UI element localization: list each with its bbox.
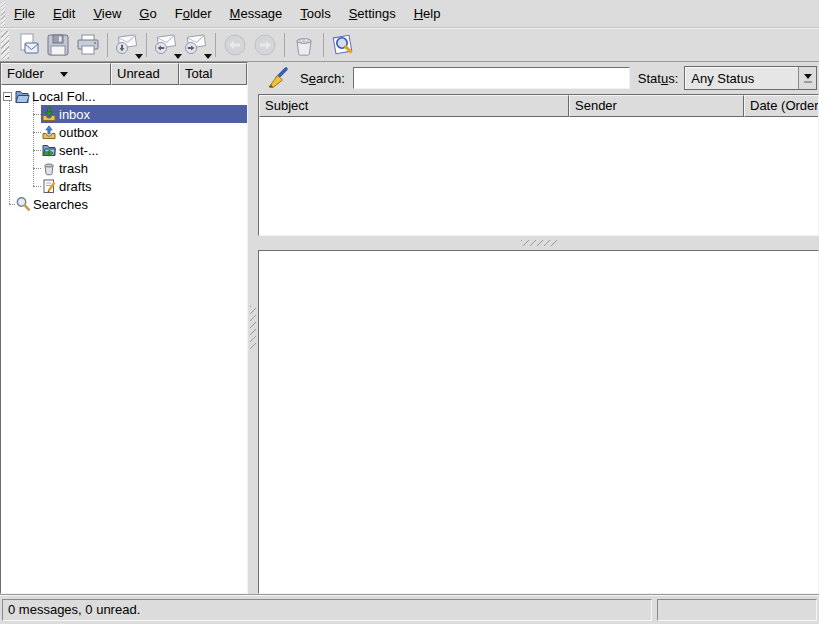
message-list-body[interactable] [259,117,818,235]
splitter-grip [250,306,256,350]
toolbar-separator [323,33,324,57]
find-messages-icon [330,32,356,58]
folder-row-outbox[interactable]: outbox [1,123,247,141]
unread-column-header[interactable]: Unread [111,63,179,85]
subject-column-header[interactable]: Subject [259,95,569,117]
save-button[interactable] [44,31,72,59]
statusbar-progress-area [657,599,817,621]
quick-search-bar: Search: Status: Any Status [258,62,819,94]
trash-icon [41,160,57,176]
folder-open-icon [14,88,30,104]
total-column-header[interactable]: Total [179,63,247,85]
status-filter-label: Status: [638,71,678,86]
chevron-down-icon [804,74,812,79]
find-messages-button[interactable] [329,31,357,59]
statusbar: 0 messages, 0 unread. [0,594,819,624]
new-message-icon [15,32,41,58]
menu-view[interactable]: View [84,0,130,28]
toolbar-separator [215,33,216,57]
menu-help[interactable]: Help [405,0,450,28]
folder-row-drafts[interactable]: drafts [1,177,247,195]
splitter-grip [521,240,557,246]
outbox-icon [41,124,57,140]
horizontal-splitter[interactable] [258,236,819,250]
date-column-header[interactable]: Date (Order o [744,95,818,117]
print-icon [75,32,101,58]
folder-list-headers: Folder Unread Total [1,63,247,85]
combobox-dropdown-button[interactable] [798,67,816,89]
folder-row-searches[interactable]: Searches [1,195,247,213]
forward-nav-icon [252,32,278,58]
menu-message[interactable]: Message [221,0,292,28]
back-icon [222,32,248,58]
folder-row-inbox[interactable]: inbox [1,105,247,123]
menu-tools[interactable]: Tools [291,0,339,28]
folder-panel: Folder Unread Total Local Fol... [0,62,248,594]
menu-file[interactable]: File [5,0,44,28]
drafts-icon [41,178,57,194]
reply-dropdown-caret[interactable] [174,54,182,59]
search-label: Search: [300,71,345,86]
folder-row-local-folders[interactable]: Local Fol... [1,87,247,105]
folder-row-trash[interactable]: trash [1,159,247,177]
forward-button[interactable] [182,31,210,59]
main-toolbar [0,28,819,62]
status-filter-combobox[interactable]: Any Status [684,66,817,90]
sent-mail-icon [41,142,57,158]
collapse-expander-icon[interactable] [3,92,12,101]
menu-edit[interactable]: Edit [44,0,84,28]
menu-folder[interactable]: Folder [166,0,221,28]
toolbar-separator [284,33,285,57]
sort-arrow-icon [60,72,68,77]
folder-row-sent-mail[interactable]: sent-... [1,141,247,159]
back-button[interactable] [221,31,249,59]
reply-button[interactable] [152,31,180,59]
search-folder-icon [15,196,31,212]
message-list: Subject Sender Date (Order o [258,94,819,236]
mail-panel: Search: Status: Any Status Subject Sende… [258,62,819,594]
trash-button[interactable] [290,31,318,59]
check-mail-dropdown-caret[interactable] [135,54,143,59]
inbox-icon [41,106,57,122]
sender-column-header[interactable]: Sender [569,95,744,117]
toolbar-separator [107,33,108,57]
menu-settings[interactable]: Settings [340,0,405,28]
statusbar-message: 0 messages, 0 unread. [2,599,652,621]
toolbar-separator [146,33,147,57]
check-mail-button[interactable] [113,31,141,59]
combobox-dash [804,81,812,83]
folder-column-header[interactable]: Folder [1,63,111,85]
clear-search-broom-icon[interactable] [264,64,292,92]
kmail-window: { "menubar": { "items": [ { "pre": "", "… [0,0,819,624]
folder-tree: Local Fol... inbox [1,85,247,593]
status-filter-value: Any Status [685,71,798,86]
search-input[interactable] [353,67,630,89]
message-preview-pane[interactable] [258,250,819,594]
print-button[interactable] [74,31,102,59]
save-icon [45,32,71,58]
forward-dropdown-caret[interactable] [204,54,212,59]
message-list-headers: Subject Sender Date (Order o [259,95,818,117]
toolbar-drag-handle[interactable] [1,31,9,59]
vertical-splitter[interactable] [248,62,258,594]
menu-go[interactable]: Go [130,0,165,28]
forward-nav-button[interactable] [251,31,279,59]
menubar: File Edit View Go Folder Message Tools S… [0,0,819,28]
trash-icon [291,32,317,58]
new-message-button[interactable] [14,31,42,59]
